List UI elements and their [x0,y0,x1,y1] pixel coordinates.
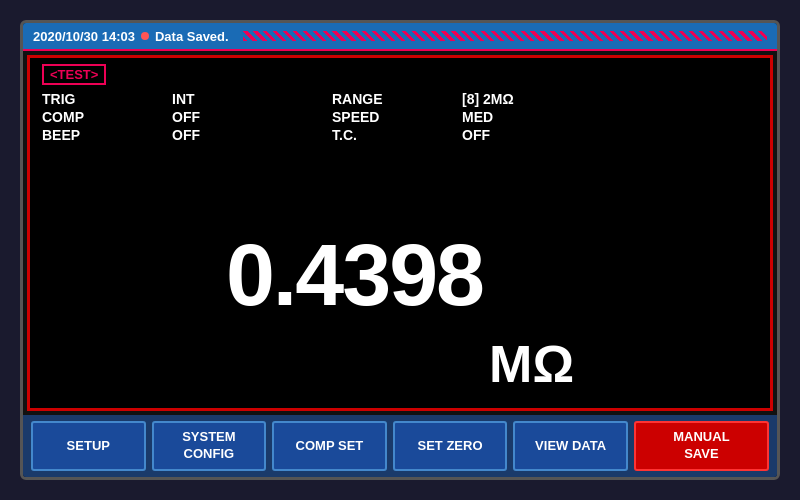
param-label-tc: T.C. [332,127,462,143]
setup-button[interactable]: SETUP [31,421,146,471]
status-hatching [243,31,767,41]
param-value-beep: OFF [172,127,332,143]
param-value-comp: OFF [172,109,332,125]
status-message: Data Saved. [155,29,229,44]
set-zero-button[interactable]: SET ZERO [393,421,508,471]
param-value-range: [8] 2MΩ [462,91,642,107]
param-value-speed: MED [462,109,642,125]
param-label-comp: COMP [42,109,172,125]
manual-save-button[interactable]: MANUALSAVE [634,421,769,471]
test-header: <TEST> [42,64,758,85]
param-label-range: RANGE [332,91,462,107]
comp-set-button[interactable]: COMP SET [272,421,387,471]
test-badge: <TEST> [42,64,106,85]
param-label-trig: TRIG [42,91,172,107]
status-dot [141,32,149,40]
main-display: <TEST> TRIG INT RANGE [8] 2MΩ COMP OFF S… [27,55,773,411]
measurement-unit: MΩ [489,334,574,402]
measurement-value: 0.4398 [226,231,483,319]
device-frame: 2020/10/30 14:03 Data Saved. <TEST> TRIG… [20,20,780,480]
datetime-label: 2020/10/30 14:03 [33,29,135,44]
button-bar: SETUP SYSTEMCONFIG COMP SET SET ZERO VIE… [23,415,777,477]
param-value-tc: OFF [462,127,642,143]
status-bar: 2020/10/30 14:03 Data Saved. [23,23,777,51]
params-grid: TRIG INT RANGE [8] 2MΩ COMP OFF SPEED ME… [42,91,758,143]
system-config-button[interactable]: SYSTEMCONFIG [152,421,267,471]
param-label-beep: BEEP [42,127,172,143]
param-label-speed: SPEED [332,109,462,125]
view-data-button[interactable]: VIEW DATA [513,421,628,471]
param-value-int: INT [172,91,332,107]
measurement-area: 0.4398 MΩ [42,147,758,402]
